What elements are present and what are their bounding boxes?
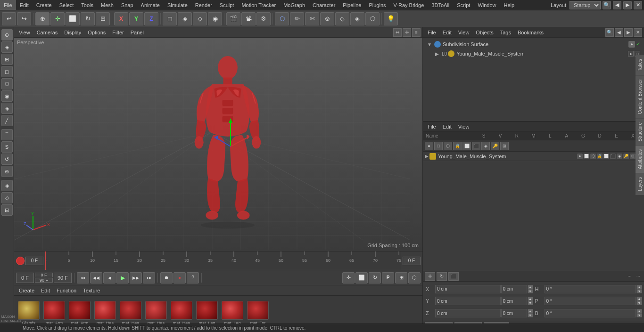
y-axis-button[interactable]: Y xyxy=(129,12,143,25)
scene-file-menu[interactable]: File xyxy=(425,124,439,130)
subdiv-visibility-icon[interactable]: ● xyxy=(628,41,635,48)
smear-tool[interactable]: ◇ xyxy=(1,192,13,203)
menu-snap[interactable]: Snap xyxy=(117,0,137,10)
object-mode-button[interactable]: ◻ xyxy=(163,12,177,25)
tree-item-muscle-system[interactable]: ▶ L0 Young_Male_Muscle_System ● □ xyxy=(425,49,642,58)
status-icon-2[interactable]: ⬜ xyxy=(584,154,589,159)
redo-button[interactable]: ↪ xyxy=(17,12,31,25)
status-icon-8[interactable]: 🔑 xyxy=(623,154,629,159)
render-settings-button[interactable]: ⚙ xyxy=(256,12,271,25)
weld-button[interactable]: ◈ xyxy=(350,12,364,25)
next-frame-button[interactable]: ▶▶ xyxy=(130,272,142,283)
paint-tool[interactable]: ◈ xyxy=(1,41,13,53)
coord-y-up[interactable]: ▲ xyxy=(528,297,533,301)
menu-mograph[interactable]: MoGraph xyxy=(280,0,309,10)
pb-rot-btn[interactable]: ↻ xyxy=(369,272,381,283)
omgr-search-btn[interactable]: 🔍 xyxy=(605,28,614,37)
omgr-view-menu[interactable]: View xyxy=(455,30,472,35)
material-swatch-4[interactable]: mat_Hea xyxy=(144,301,168,327)
tab-attributes[interactable]: Attributes xyxy=(636,145,644,173)
record-button[interactable]: ⏺ xyxy=(160,272,173,283)
line-tool[interactable]: ╱ xyxy=(1,115,13,126)
attr-btn-7[interactable]: ◈ xyxy=(481,142,490,150)
close-layout-btn[interactable]: ✕ xyxy=(634,1,642,9)
loop-cut-button[interactable]: ⊚ xyxy=(320,12,334,25)
coord-y-input[interactable] xyxy=(435,297,501,305)
point-mode-button[interactable]: ◉ xyxy=(208,12,222,25)
tab-takes[interactable]: Takes xyxy=(636,55,644,75)
pb-view-btn[interactable]: ⬡ xyxy=(408,272,421,283)
select-tool-button[interactable]: ⊕ xyxy=(35,12,50,25)
menu-create[interactable]: Create xyxy=(33,0,56,10)
light-button[interactable]: 💡 xyxy=(384,12,398,25)
status-icon-1[interactable]: ● xyxy=(577,154,583,159)
next-layout-btn[interactable]: ▶ xyxy=(623,1,632,9)
material-swatch-8[interactable]: mat_Tor xyxy=(246,301,270,327)
twist-tool[interactable]: ↺ xyxy=(1,154,13,165)
menu-motion-tracker[interactable]: Motion Tracker xyxy=(238,0,280,10)
coord-z-input[interactable] xyxy=(435,309,501,317)
go-start-button[interactable]: ⏮ xyxy=(77,272,89,283)
tab-layers[interactable]: Layers xyxy=(636,173,644,195)
omgr-bookmarks-menu[interactable]: Bookmarks xyxy=(515,30,546,35)
bp-edit-menu[interactable]: Edit xyxy=(38,288,53,293)
menu-select[interactable]: Select xyxy=(56,0,78,10)
bp-function-menu[interactable]: Function xyxy=(54,288,79,293)
prev-key-button[interactable]: ◀◀ xyxy=(90,272,102,283)
object-tool[interactable]: ◉ xyxy=(1,90,13,102)
attr-btn-6[interactable]: ⬛ xyxy=(472,142,480,150)
attr-btn-9[interactable]: ⊞ xyxy=(500,142,509,150)
menu-edit[interactable]: Edit xyxy=(16,0,33,10)
smooth-tool[interactable]: S xyxy=(1,141,13,153)
status-icon-9[interactable]: ⊞ xyxy=(630,154,636,159)
material-swatch-7[interactable]: mat_Leg xyxy=(221,301,244,327)
timeline-ruler[interactable]: 0 5 10 15 20 25 30 35 40 45 50 55 60 65 … xyxy=(45,251,401,270)
menu-file[interactable]: File xyxy=(0,0,16,10)
pb-key-btn[interactable]: ⬜ xyxy=(355,272,368,283)
menu-3dtoall[interactable]: 3DToAll xyxy=(428,0,453,10)
coord-z-size-input[interactable] xyxy=(501,309,527,317)
coord-x-size-input[interactable] xyxy=(501,285,527,293)
playback-frame-a[interactable] xyxy=(35,273,53,277)
attr-btn-5[interactable]: ⬜ xyxy=(462,142,471,150)
model-tool[interactable]: ⊕ xyxy=(1,29,13,40)
render-button[interactable]: 📽 xyxy=(241,12,256,25)
coord-btn-move[interactable]: ✛ xyxy=(425,272,435,281)
material-swatch-6[interactable]: mat_Leg xyxy=(195,301,219,327)
bp-texture-menu[interactable]: Texture xyxy=(80,288,103,293)
coord-y-down[interactable]: ▼ xyxy=(528,301,533,305)
vp-cameras-menu[interactable]: Cameras xyxy=(34,30,61,35)
coord-b-down[interactable]: ▼ xyxy=(636,313,642,317)
menu-animate[interactable]: Animate xyxy=(137,0,164,10)
playback-start-frame[interactable] xyxy=(16,273,34,283)
menu-plugins[interactable]: Plugins xyxy=(365,0,389,10)
menu-window[interactable]: Window xyxy=(474,0,500,10)
shape-tool[interactable]: ⬡ xyxy=(1,78,13,89)
coord-p-down[interactable]: ▼ xyxy=(636,301,642,305)
omgr-prev-btn[interactable]: ◀ xyxy=(615,28,623,37)
sculpt-tool[interactable]: ◈ xyxy=(1,180,13,191)
play-button[interactable]: ▶ xyxy=(116,272,129,283)
transform-tool-button[interactable]: ⊞ xyxy=(96,12,110,25)
coord-p-up[interactable]: ▲ xyxy=(636,297,642,301)
coord-h-up[interactable]: ▲ xyxy=(636,285,642,289)
edge-mode-button[interactable]: ◇ xyxy=(193,12,207,25)
status-icon-7[interactable]: ◈ xyxy=(617,154,622,159)
pb-grid-btn[interactable]: ⊞ xyxy=(395,272,407,283)
menu-help[interactable]: Help xyxy=(500,0,519,10)
pb-p-btn[interactable]: P xyxy=(382,272,394,283)
material-swatch-5[interactable]: mat_Hea xyxy=(170,301,193,327)
pen-tool-button[interactable]: ✏ xyxy=(290,12,304,25)
menu-simulate[interactable]: Simulate xyxy=(164,0,191,10)
knife-tool-button[interactable]: ✄ xyxy=(305,12,319,25)
vp-lock-btn[interactable]: ⇔ xyxy=(393,28,402,37)
z-axis-button[interactable]: Z xyxy=(144,12,158,25)
attr-btn-1[interactable]: ● xyxy=(425,142,433,150)
tree-item-subdivision[interactable]: ▼ Subdivision Surface ● ✓ xyxy=(425,40,642,49)
select-tool-left[interactable]: ◻ xyxy=(1,66,13,77)
menu-tools[interactable]: Tools xyxy=(77,0,97,10)
cube-view-button[interactable]: ⬡ xyxy=(275,12,289,25)
menu-script[interactable]: Script xyxy=(453,0,474,10)
flatten-tool[interactable]: ⊟ xyxy=(1,204,13,216)
coord-b-up[interactable]: ▲ xyxy=(636,309,642,313)
